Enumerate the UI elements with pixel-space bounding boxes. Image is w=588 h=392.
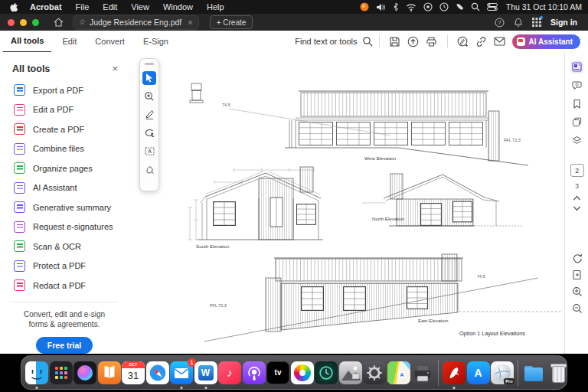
dock-appstore-icon[interactable]: A: [467, 361, 490, 384]
fill-sign-tool[interactable]: [142, 163, 156, 177]
phone-icon[interactable]: [456, 3, 464, 11]
menu-edit[interactable]: Edit: [96, 2, 124, 11]
menu-window[interactable]: Window: [156, 2, 200, 11]
dock-safari-icon[interactable]: [146, 361, 169, 384]
ai-assistant-button[interactable]: AI Assistant: [512, 34, 580, 49]
orange-app-icon[interactable]: [360, 2, 369, 11]
pdf-canvas[interactable]: 74.5 FFL 72.3 West Elevation: [129, 52, 564, 354]
apps-grid-icon[interactable]: [532, 18, 541, 27]
notifications-bell-icon[interactable]: [514, 18, 523, 28]
free-trial-button[interactable]: Free trial: [36, 337, 93, 354]
macos-dock: OCT 31 1 W ♪ tv A A Pro: [21, 355, 567, 390]
sidebar-item-protect-pdf[interactable]: Protect a PDF: [14, 256, 129, 276]
share-upload-icon[interactable]: [404, 33, 423, 50]
volume-icon[interactable]: [376, 3, 386, 11]
clock-icon[interactable]: [439, 2, 449, 11]
sidebar-item-ai-assistant[interactable]: AI Assistant: [14, 178, 129, 198]
sidebar-item-generative-summary[interactable]: Generative summary: [14, 198, 129, 217]
pen-annotate-tool[interactable]: [142, 108, 156, 122]
zoom-out-icon[interactable]: [572, 303, 583, 314]
help-icon[interactable]: ?: [495, 18, 505, 28]
home-icon[interactable]: [54, 18, 64, 27]
link-icon[interactable]: [472, 33, 491, 50]
next-page-icon[interactable]: [573, 206, 581, 211]
dock-podcasts-icon[interactable]: [243, 361, 266, 384]
minimize-window-button[interactable]: [20, 19, 27, 26]
bluetooth-icon[interactable]: [393, 2, 399, 11]
sidebar-item-edit-pdf[interactable]: Edit a PDF: [14, 100, 129, 120]
menu-help[interactable]: Help: [200, 2, 231, 11]
fit-page-icon[interactable]: [572, 270, 582, 280]
sidebar-item-scan-ocr[interactable]: Scan & OCR: [14, 237, 129, 256]
save-icon[interactable]: [386, 33, 404, 50]
star-favorite-icon[interactable]: ☆: [79, 18, 86, 26]
find-tools-search[interactable]: Find text or tools: [295, 36, 372, 47]
dock-printer-icon[interactable]: [411, 361, 434, 384]
sidebar-item-redact-pdf[interactable]: Redact a PDF: [14, 276, 129, 296]
dock-finder-icon[interactable]: [25, 361, 48, 384]
dock-maps-icon[interactable]: A: [387, 361, 410, 384]
document-tab[interactable]: ☆ Judge Residence Eng.pdf ×: [73, 15, 199, 30]
sidebar-item-organize-pages[interactable]: Organize pages: [14, 158, 129, 178]
sidebar-item-request-esignatures[interactable]: Request e-signatures: [14, 217, 129, 237]
text-select-tool[interactable]: A: [142, 145, 156, 158]
close-window-button[interactable]: [8, 19, 15, 26]
select-tool[interactable]: [142, 71, 156, 85]
close-tab-icon[interactable]: ×: [188, 18, 192, 27]
sidebar-footer-text: Convert, edit and e-sign forms & agreeme…: [0, 309, 129, 330]
menu-app-name[interactable]: Acrobat: [23, 2, 69, 11]
dock-books-icon[interactable]: [98, 361, 121, 384]
email-icon[interactable]: [491, 33, 509, 50]
layers-icon[interactable]: [570, 134, 583, 147]
tab-edit[interactable]: Edit: [54, 31, 84, 52]
dock-mail-icon[interactable]: 1: [170, 361, 193, 384]
dock-downloads-folder-icon[interactable]: [522, 361, 545, 384]
sign-in-button[interactable]: Sign in: [550, 18, 577, 27]
tab-all-tools[interactable]: All tools: [3, 31, 51, 53]
tab-esign[interactable]: E-Sign: [136, 31, 176, 52]
ai-assistant-tool-icon: [14, 182, 25, 194]
rotate-page-icon[interactable]: [572, 253, 583, 263]
tab-convert[interactable]: Convert: [87, 31, 132, 52]
sidebar-item-create-pdf[interactable]: Create a PDF: [14, 119, 129, 139]
sidebar-item-export-pdf[interactable]: Export a PDF: [14, 80, 129, 100]
create-button[interactable]: + Create: [210, 15, 253, 29]
lasso-draw-tool[interactable]: [142, 126, 156, 140]
previous-page-icon[interactable]: [573, 195, 581, 201]
spotlight-search-icon[interactable]: [471, 2, 480, 11]
dock-launchpad-icon[interactable]: [50, 361, 73, 384]
zoom-window-button[interactable]: [32, 19, 39, 26]
print-icon[interactable]: [423, 33, 441, 50]
zoom-in-icon[interactable]: [572, 286, 583, 297]
dock-trash-icon[interactable]: [547, 361, 570, 384]
menu-file[interactable]: File: [69, 2, 96, 11]
sidebar-item-combine-files[interactable]: Combine files: [14, 139, 129, 159]
dock-acrobat-icon[interactable]: [443, 361, 466, 384]
dock-word-icon[interactable]: W: [194, 361, 217, 384]
dock-time-machine-icon[interactable]: [315, 361, 338, 384]
menu-clock[interactable]: Thu 31 Oct 10:10 AM: [505, 2, 582, 11]
quick-tools-palette[interactable]: A: [139, 58, 159, 191]
dock-calendar-icon[interactable]: OCT 31: [122, 361, 145, 384]
menu-view[interactable]: View: [124, 2, 156, 11]
bookmarks-icon[interactable]: [570, 97, 583, 110]
dock-image-capture-icon[interactable]: [339, 361, 362, 384]
dock-photos-icon[interactable]: [291, 361, 314, 384]
dock-google-earth-icon[interactable]: Pro: [491, 361, 514, 384]
dock-appletv-icon[interactable]: tv: [266, 361, 289, 384]
dock-music-icon[interactable]: ♪: [218, 361, 241, 384]
add-signature-icon[interactable]: [454, 33, 472, 50]
page-thumbnails-icon[interactable]: [570, 60, 583, 74]
close-panel-icon[interactable]: ×: [112, 63, 118, 74]
focus-icon[interactable]: [423, 2, 433, 11]
current-page-input[interactable]: 2: [570, 164, 584, 177]
comments-icon[interactable]: [570, 79, 583, 92]
wifi-icon[interactable]: [406, 3, 416, 11]
dock-siri-icon[interactable]: [74, 361, 96, 384]
dock-system-settings-icon[interactable]: [363, 361, 386, 384]
control-center-icon[interactable]: [487, 3, 498, 11]
apple-menu-icon[interactable]: [0, 2, 23, 12]
palette-drag-handle[interactable]: [145, 63, 154, 65]
zoom-tool[interactable]: [142, 90, 156, 103]
attachments-icon[interactable]: [570, 116, 583, 129]
